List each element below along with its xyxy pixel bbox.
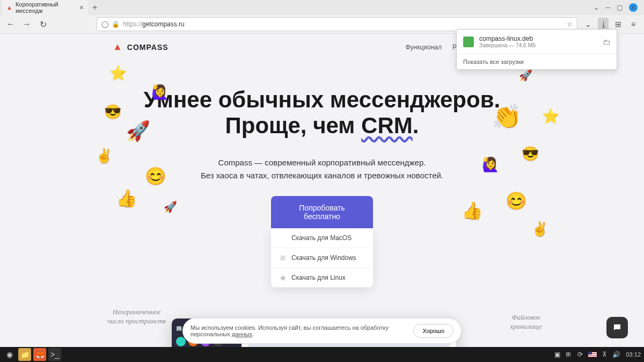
hero-heading: Умнее обычных мессенджеров. Проще, чем C… xyxy=(144,87,500,139)
thumbs-up-right-emoji: 👍 xyxy=(462,200,483,221)
lock-icon: 🔒 xyxy=(112,20,120,28)
clap-emoji: 👏 xyxy=(492,103,522,131)
hero: Умнее обычных мессенджеров. Проще, чем C… xyxy=(0,60,644,287)
minimize-icon[interactable]: ─ xyxy=(605,4,610,11)
download-status: Завершена — 74,6 МБ xyxy=(479,42,597,48)
blush-emoji: 😊 xyxy=(145,166,166,186)
download-macos[interactable]: Скачать для MacOS xyxy=(271,228,373,248)
tab-bar: ▲ Корпоративный мессендж × + ⌄ ─ ▢ ✕ xyxy=(0,0,644,15)
menu-icon[interactable]: ≡ xyxy=(628,20,639,28)
cookie-accept-button[interactable]: Хорошо xyxy=(413,324,453,338)
sunglasses-emoji: 😎 xyxy=(104,104,121,120)
update-icon[interactable]: ⟳ xyxy=(577,351,583,358)
shield-icon: ◯ xyxy=(101,20,108,28)
keyboard-layout-icon[interactable] xyxy=(588,352,597,357)
new-tab-button[interactable]: + xyxy=(92,3,97,12)
tab-title: Корпоративный мессендж xyxy=(16,1,76,14)
rocket-small-emoji: 🚀 xyxy=(164,200,177,213)
url-text: https://getcompass.ru xyxy=(123,20,185,28)
cta-group: Попробовать бесплатно Скачать для MacOS … xyxy=(11,196,633,287)
chevron-down-icon[interactable]: ⌄ xyxy=(594,4,599,11)
windows-icon: ⊞ xyxy=(280,254,286,262)
terminal-icon[interactable]: >_ xyxy=(48,348,61,361)
download-linux[interactable]: ◉Скачать для Linux xyxy=(271,267,373,287)
star-emoji: ⭐ xyxy=(109,65,127,82)
brand-logo[interactable]: ▲ COMPASS xyxy=(113,41,169,53)
window-close-icon[interactable]: ✕ xyxy=(629,3,638,12)
pocket-icon[interactable]: ⌄ xyxy=(583,20,594,28)
favicon-icon: ▲ xyxy=(6,4,12,11)
system-tray: ▣ ⛨ ⟳ ⊼ 🔊 03:12 xyxy=(554,351,641,358)
network-icon[interactable]: ⊼ xyxy=(602,351,607,358)
forward-button[interactable]: → xyxy=(21,19,32,29)
thumbs-up-emoji: 👍 xyxy=(116,188,137,208)
bookmark-icon[interactable]: ☆ xyxy=(567,20,573,28)
show-all-downloads[interactable]: Показать все загрузки xyxy=(457,54,617,69)
start-menu-icon[interactable]: ◉ xyxy=(3,348,16,361)
star-right-emoji: ⭐ xyxy=(542,108,559,125)
svg-point-1 xyxy=(617,327,618,328)
downloads-popup: compass-linux.deb Завершена — 74,6 МБ 🗀 … xyxy=(456,29,617,70)
page-content: ▲ COMPASS Функционал Решения Цены Блог У… xyxy=(0,34,644,347)
browser-tab[interactable]: ▲ Корпоративный мессендж × xyxy=(2,0,88,16)
rocket-emoji: 🚀 xyxy=(126,120,150,142)
window-controls: ⌄ ─ ▢ ✕ xyxy=(594,3,642,12)
back-button[interactable]: ← xyxy=(5,19,16,29)
chat-icon xyxy=(612,323,622,332)
download-item[interactable]: compass-linux.deb Завершена — 74,6 МБ 🗀 xyxy=(457,30,617,54)
cookie-link[interactable]: данных xyxy=(232,331,252,337)
shield-tray-icon[interactable]: ⛨ xyxy=(566,351,572,358)
volume-icon[interactable]: 🔊 xyxy=(612,351,620,358)
chat-widget-button[interactable] xyxy=(606,317,628,338)
maximize-icon[interactable]: ▢ xyxy=(617,4,623,11)
firefox-icon[interactable]: 🦊 xyxy=(33,348,46,361)
svg-point-2 xyxy=(618,327,619,328)
reload-button[interactable]: ↻ xyxy=(38,19,48,30)
victory-hand-emoji: ✌️ xyxy=(96,148,113,164)
callout-unlimited-spaces: Неограниченноечисло пространств xyxy=(107,308,166,326)
tray-app-icon[interactable]: ▣ xyxy=(554,351,560,358)
cookie-banner: Мы используем cookies. Используя сайт, в… xyxy=(182,318,462,344)
victory-right-emoji: ✌️ xyxy=(531,221,548,237)
download-list: Скачать для MacOS ⊞Скачать для Windows ◉… xyxy=(271,228,373,287)
brand-name: COMPASS xyxy=(127,43,169,52)
download-info: compass-linux.deb Завершена — 74,6 МБ xyxy=(479,35,597,48)
callout-file-storage: Файловоехранилище xyxy=(510,313,542,331)
hand-raise-emoji: 🙋‍♀️ xyxy=(151,84,169,100)
taskbar: ◉ 📁 🦊 >_ ▣ ⛨ ⟳ ⊼ 🔊 03:12 xyxy=(0,347,644,362)
hand-raise-right-emoji: 🙋‍♀️ xyxy=(482,156,499,173)
try-free-button[interactable]: Попробовать бесплатно xyxy=(271,196,373,228)
compass-logo-icon: ▲ xyxy=(113,41,123,53)
cookie-text: Мы используем cookies. Используя сайт, в… xyxy=(191,324,406,337)
download-filename: compass-linux.deb xyxy=(479,35,597,42)
extensions-icon[interactable]: ⊞ xyxy=(613,20,624,28)
download-windows[interactable]: ⊞Скачать для Windows xyxy=(271,248,373,267)
open-folder-icon[interactable]: 🗀 xyxy=(603,38,610,46)
file-manager-icon[interactable]: 📁 xyxy=(18,348,31,361)
svg-point-0 xyxy=(616,327,617,328)
rocket-right-emoji: 🚀 xyxy=(519,69,532,82)
file-icon xyxy=(463,37,474,47)
tab-close-icon[interactable]: × xyxy=(79,3,84,12)
blush-right-emoji: 😊 xyxy=(506,191,527,211)
clock[interactable]: 03:12 xyxy=(626,351,641,358)
linux-icon: ◉ xyxy=(280,274,286,281)
sunglasses-right-emoji: 😎 xyxy=(522,146,539,162)
nav-features[interactable]: Функционал xyxy=(405,44,442,51)
